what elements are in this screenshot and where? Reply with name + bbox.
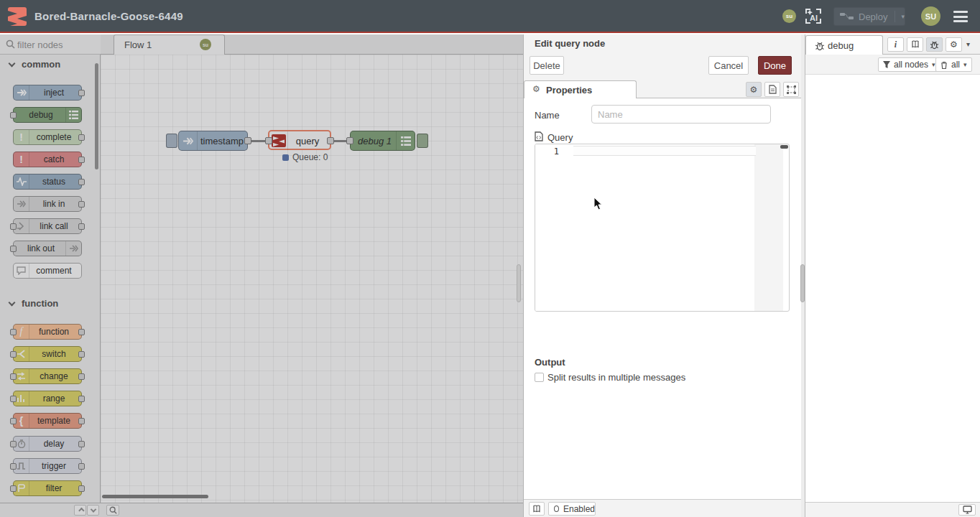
line-number: 1 bbox=[554, 146, 559, 157]
node-port[interactable] bbox=[78, 134, 85, 141]
palette-node-catch[interactable]: ! catch bbox=[13, 152, 82, 167]
ai-assistant-icon[interactable]: AI bbox=[804, 6, 823, 26]
zoom-search-button[interactable] bbox=[106, 505, 119, 516]
inject-button[interactable] bbox=[166, 134, 177, 148]
node-port[interactable] bbox=[10, 223, 17, 230]
node-port[interactable] bbox=[10, 112, 17, 118]
workspace-grid[interactable]: timestamp query Queue: 0 debug 1 bbox=[101, 55, 523, 503]
palette-node-range[interactable]: range bbox=[13, 391, 82, 406]
node-port[interactable] bbox=[10, 373, 17, 380]
node-port[interactable] bbox=[78, 223, 85, 230]
palette-node-change[interactable]: change bbox=[13, 368, 82, 384]
palette-node-filter[interactable]: filter bbox=[13, 480, 82, 496]
tray-resize-handle[interactable] bbox=[517, 264, 521, 302]
info-tab-button[interactable]: i bbox=[887, 37, 904, 52]
palette-node-link-out[interactable]: link out bbox=[13, 241, 82, 256]
query-code-editor[interactable]: 1 bbox=[535, 144, 790, 312]
palette-node-template[interactable]: { template bbox=[13, 413, 82, 429]
canvas-node-timestamp[interactable]: timestamp bbox=[178, 131, 248, 151]
filter-nodes-input[interactable] bbox=[17, 37, 95, 52]
deploy-label: Deploy bbox=[859, 11, 887, 22]
expand-all-button[interactable] bbox=[87, 505, 99, 516]
editor-scrollbar-thumb[interactable] bbox=[780, 145, 788, 149]
category-common[interactable]: common bbox=[0, 57, 100, 73]
deploy-caret-icon[interactable]: ▾ bbox=[895, 11, 905, 22]
node-port[interactable] bbox=[10, 396, 17, 402]
palette-node-switch[interactable]: switch bbox=[13, 346, 82, 362]
debug-filter-button[interactable]: all nodes ▾ bbox=[878, 57, 940, 72]
node-port[interactable] bbox=[78, 463, 85, 470]
open-in-window-button[interactable] bbox=[958, 504, 976, 516]
debug-tab-button[interactable] bbox=[926, 37, 943, 52]
sidebar-menu-caret[interactable]: ▾ bbox=[966, 40, 970, 48]
editor-scroll-track[interactable] bbox=[754, 144, 783, 311]
node-port[interactable] bbox=[346, 137, 353, 144]
node-port[interactable] bbox=[10, 418, 17, 424]
library-button[interactable] bbox=[529, 502, 545, 516]
sidebar-resize-handle[interactable] bbox=[800, 264, 805, 302]
node-enabled-toggle[interactable]: Enabled bbox=[548, 502, 596, 516]
delete-button[interactable]: Delete bbox=[530, 56, 564, 75]
palette-node-complete[interactable]: ! complete bbox=[13, 129, 82, 145]
node-port[interactable] bbox=[265, 137, 272, 144]
palette-node-function[interactable]: f function bbox=[13, 324, 82, 340]
palette-node-status[interactable]: status bbox=[13, 174, 82, 190]
node-port[interactable] bbox=[78, 485, 85, 492]
node-port[interactable] bbox=[78, 90, 85, 96]
edit-properties-button[interactable]: ⚙ bbox=[746, 82, 762, 97]
debug-clear-button[interactable]: all ▾ bbox=[935, 57, 972, 72]
node-port[interactable] bbox=[78, 373, 85, 380]
user-avatar[interactable]: SU bbox=[921, 6, 940, 26]
node-port[interactable] bbox=[244, 137, 251, 144]
help-tab-button[interactable] bbox=[907, 37, 923, 52]
palette-node-link-in[interactable]: link in bbox=[13, 196, 82, 212]
palette-node-comment[interactable]: comment bbox=[13, 263, 82, 279]
palette-node-inject[interactable]: inject bbox=[13, 85, 82, 101]
category-function[interactable]: function bbox=[0, 297, 100, 312]
tab-debug[interactable]: debug bbox=[805, 35, 883, 55]
canvas-node-debug-1[interactable]: debug 1 bbox=[350, 131, 415, 151]
collapse-all-button[interactable] bbox=[74, 505, 86, 516]
deploy-button[interactable]: Deploy ▾ bbox=[833, 7, 905, 26]
tab-properties[interactable]: ⚙ Properties bbox=[524, 80, 637, 98]
status-dot-icon bbox=[282, 154, 289, 161]
node-port[interactable] bbox=[78, 418, 85, 424]
cancel-button[interactable]: Cancel bbox=[708, 56, 749, 75]
edit-form: Name Query 1 Output Split results in mul… bbox=[524, 98, 801, 499]
main-menu-icon[interactable] bbox=[953, 11, 968, 22]
node-appearance-button[interactable] bbox=[783, 82, 799, 97]
node-port[interactable] bbox=[10, 441, 17, 447]
node-port[interactable] bbox=[10, 463, 17, 470]
palette-search[interactable] bbox=[0, 34, 101, 55]
debug-sidebar-icon bbox=[396, 131, 415, 150]
node-port[interactable] bbox=[78, 351, 85, 358]
split-results-checkbox[interactable] bbox=[535, 373, 544, 382]
node-port[interactable] bbox=[78, 179, 85, 185]
node-port[interactable] bbox=[78, 157, 85, 163]
name-input[interactable] bbox=[591, 105, 771, 124]
node-port[interactable] bbox=[78, 396, 85, 402]
sidebar-footer bbox=[805, 502, 980, 517]
tab-flow-1[interactable]: Flow 1 su bbox=[114, 34, 225, 55]
done-button[interactable]: Done bbox=[758, 56, 792, 75]
palette-scrollbar[interactable] bbox=[95, 63, 98, 169]
node-port[interactable] bbox=[10, 246, 17, 252]
canvas-horizontal-scrollbar[interactable] bbox=[102, 495, 208, 498]
debug-toggle-button[interactable] bbox=[417, 134, 428, 148]
palette-node-debug[interactable]: debug bbox=[13, 107, 82, 123]
canvas-node-query[interactable]: query bbox=[268, 130, 331, 150]
node-port[interactable] bbox=[10, 329, 17, 335]
node-port[interactable] bbox=[10, 485, 17, 492]
config-tab-button[interactable]: ⚙ bbox=[946, 37, 962, 52]
collaborator-avatar[interactable]: su bbox=[782, 9, 796, 23]
edit-description-button[interactable] bbox=[764, 82, 780, 97]
node-port[interactable] bbox=[10, 351, 17, 358]
node-port[interactable] bbox=[78, 201, 85, 208]
node-port[interactable] bbox=[327, 137, 334, 144]
node-port[interactable] bbox=[78, 441, 85, 447]
palette-node-link-call[interactable]: link call bbox=[13, 218, 82, 234]
palette-node-trigger[interactable]: trigger bbox=[13, 458, 82, 474]
palette-node-delay[interactable]: delay bbox=[13, 436, 82, 452]
node-port[interactable] bbox=[78, 329, 85, 335]
edit-tray: Edit query node Delete Cancel Done ⚙ Pro… bbox=[523, 34, 801, 517]
